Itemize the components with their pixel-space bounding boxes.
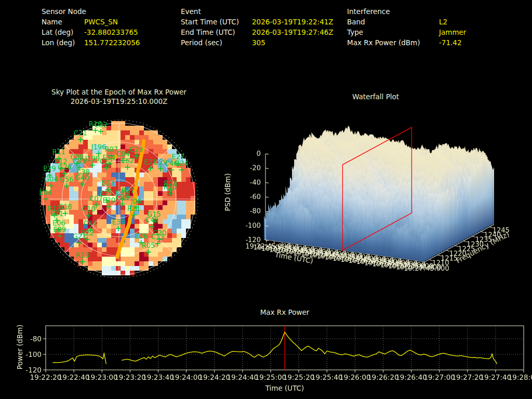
sky-plot-title-line2: 2026-03-19T19:25:10.000Z (25, 97, 213, 106)
waterfall-z-axis-label: PSD (dBm) (223, 161, 232, 223)
waterfall-canvas (208, 112, 532, 283)
field-value: 2026-03-19T19:27:46Z (252, 27, 334, 37)
event-group: Event Start Time (UTC)2026-03-19T19:22:4… (181, 6, 334, 48)
field-label: Name (42, 17, 84, 27)
field-value: 151.772232056 (84, 37, 140, 48)
sensor-node-row: Lon (deg)151.772232056 (42, 37, 140, 48)
field-label: Lat (deg) (42, 27, 84, 37)
event-row: End Time (UTC)2026-03-19T19:27:46Z (181, 27, 334, 37)
sensor-node-row: Lat (deg)-32.880233765 (42, 27, 140, 37)
sky-plot-title-line1: Sky Plot at the Epoch of Max Rx Power (25, 87, 213, 97)
field-value: Jammer (439, 27, 466, 37)
interference-row: Max Rx Power (dBm)-71.42 (347, 37, 466, 48)
field-label: Lon (deg) (42, 37, 84, 48)
power-y-axis-label: Power (dBm) (16, 316, 24, 378)
interference-title: Interference (347, 6, 466, 17)
interference-row: TypeJammer (347, 27, 466, 37)
field-label: Period (sec) (181, 37, 252, 48)
field-label: Start Time (UTC) (181, 17, 252, 27)
sky-plot-title: Sky Plot at the Epoch of Max Rx Power 20… (25, 87, 213, 106)
field-value: -32.880233765 (84, 27, 138, 37)
field-value: 305 (252, 37, 265, 48)
sky-plot-canvas (26, 112, 213, 291)
event-title: Event (181, 6, 334, 17)
field-value: PWCS_SN (84, 17, 118, 27)
field-value: 2026-03-19T19:22:41Z (252, 17, 334, 27)
field-value: L2 (439, 17, 447, 27)
event-row: Period (sec)305 (181, 37, 334, 48)
interference-dashboard: Sensor Node NamePWCS_SN Lat (deg)-32.880… (0, 0, 532, 399)
field-label: Max Rx Power (dBm) (347, 37, 439, 48)
sensor-node-group: Sensor Node NamePWCS_SN Lat (deg)-32.880… (42, 6, 140, 48)
field-label: Band (347, 17, 439, 27)
field-value: -71.42 (439, 37, 462, 48)
waterfall-title: Waterfall Plot (298, 92, 454, 101)
sensor-node-title: Sensor Node (42, 6, 140, 17)
interference-group: Interference BandL2 TypeJammer Max Rx Po… (347, 6, 466, 48)
event-row: Start Time (UTC)2026-03-19T19:22:41Z (181, 17, 334, 27)
power-x-axis-label: Time (UTC) (233, 384, 337, 392)
field-label: End Time (UTC) (181, 27, 252, 37)
field-label: Type (347, 27, 439, 37)
interference-row: BandL2 (347, 17, 466, 27)
sensor-node-row: NamePWCS_SN (42, 17, 140, 27)
